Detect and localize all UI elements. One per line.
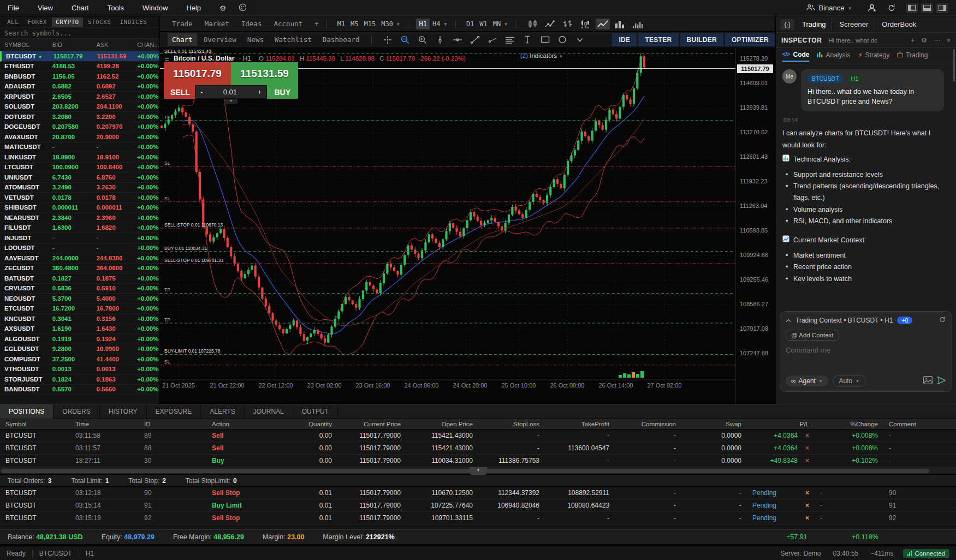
market-tab-crypto[interactable]: CRYPTO [52,17,83,27]
subtab-code[interactable]: </>Code [782,48,809,62]
bars-icon[interactable] [561,19,575,29]
cancel-order-x[interactable]: × [805,499,809,511]
horizontal-line-icon[interactable] [449,34,466,46]
symbol-row[interactable]: LTCUSDT100.0900100.6400+0.00% [0,163,159,173]
refresh-icon[interactable] [939,316,946,325]
column-header[interactable]: Comment [883,419,956,430]
indicators-chip[interactable]: (2) Indicators ▾ [520,52,563,59]
line-dots-icon[interactable] [543,19,557,29]
tab-trading[interactable]: Trading [797,18,832,31]
menu-tools[interactable]: Tools [108,4,124,12]
tab-screener[interactable]: Screener [834,18,875,31]
symbol-row[interactable]: BTCUSDT●115017.79115131.59+0.00% [0,51,159,62]
widget-collapse-caret[interactable]: ▾ [224,99,237,104]
quantity-value[interactable]: 0.01 [223,88,237,96]
magnet-icon[interactable] [432,34,448,46]
symbol-row[interactable]: LINKUSDT18.890018.9100+0.00% [0,152,159,163]
trade-menu-add[interactable]: + [314,20,319,28]
status-timeframe[interactable]: H1 [86,550,94,557]
add-icon[interactable]: + [911,37,915,44]
layout-right-panel-icon[interactable] [936,3,948,13]
symbol-row[interactable]: AVAXUSDT20.870020.9000+0.00% [0,132,159,142]
symbol-row[interactable]: BANDUSDT0.55700.5660+0.00% [0,385,159,395]
chart-tab-news[interactable]: News [243,33,268,46]
terminal-tab-exposure[interactable]: EXPOSURE [147,404,201,419]
add-context-button[interactable]: @ Add Context [786,330,839,341]
chevron-down-icon[interactable] [572,34,588,46]
symbol-row[interactable]: ATOMUSDT3.24903.2630+0.00% [0,183,159,193]
order-row[interactable]: BTCUSDT03:15:1992Sell Stop0.01115017.790… [0,512,956,525]
menu-view[interactable]: View [38,4,53,12]
send-icon[interactable] [937,376,946,386]
menu-chart[interactable]: Chart [72,4,89,12]
timeframe-m1[interactable]: M1 [335,19,348,29]
terminal-tab-alerts[interactable]: ALERTS [201,404,244,419]
inspector-query-preview[interactable]: Hi there.. what dc [828,37,904,44]
agent-mode-dropdown[interactable]: ∞Agent▾ [786,376,828,386]
user-profile-icon[interactable] [866,4,877,13]
menu-help[interactable]: Help [186,4,201,12]
menu-window[interactable]: Window [142,4,168,12]
area-icon[interactable] [596,19,610,29]
auto-model-dropdown[interactable]: Auto▾ [833,375,865,387]
symbol-row[interactable]: FILUSDT1.63001.6820+0.00% [0,223,159,234]
column-header[interactable]: TakeProfit [545,419,615,430]
gear-icon[interactable]: ⚙ [921,37,927,44]
volume-columns-icon[interactable] [613,19,627,29]
symbol-row[interactable]: ETHUSDT4188.534199.28+0.00% [0,62,159,72]
chevron-down-icon[interactable]: ▾ [444,21,447,27]
column-header[interactable]: Symbol [0,419,70,430]
symbol-row[interactable]: ADAUSDT0.68820.6892+0.00% [0,82,159,92]
layout-bottom-panel-icon[interactable] [921,3,933,13]
order-row[interactable]: BTCUSDT03:12:1890Sell Stop0.01115017.790… [0,487,956,499]
search-symbols-input[interactable]: Search symbols... [0,28,159,39]
symbol-row[interactable]: SOLUSDT203.8200204.1100+0.00% [0,102,159,112]
chevron-down-icon[interactable]: ▾ [397,21,400,27]
crosshair-icon[interactable] [379,34,396,46]
theme-palette-icon[interactable] [239,3,247,13]
chevron-up-icon[interactable] [786,317,791,324]
column-header[interactable]: StopLoss [478,419,545,430]
candles-volume-icon[interactable] [578,19,592,29]
subtab-analysis[interactable]: Analysis [817,48,850,62]
collapse-panel-chevron[interactable]: ▾ [470,467,487,475]
menu-file[interactable]: File [8,4,19,12]
status-symbol[interactable]: BTC/USDT [39,550,72,557]
symbol-row[interactable]: MATICUSDT--+0.00% [0,142,159,153]
market-tab-all[interactable]: ALL [3,17,22,27]
symbol-row[interactable]: KNCUSDT0.30410.3156+0.00% [0,314,159,324]
histogram-icon[interactable] [631,19,645,29]
symbol-row[interactable]: STORJUSDT0.18240.1863+0.00% [0,374,159,385]
mode-button-optimizer[interactable]: OPTIMIZER [725,33,775,46]
symbol-row[interactable]: ZECUSDT360.4800364.0600+0.00% [0,264,159,274]
symbol-row[interactable]: BNBUSDT1156.051162.52+0.00% [0,72,159,82]
settings-gear-icon[interactable]: ⚙ [219,4,227,13]
timeframe-m5[interactable]: M5 [348,19,361,29]
buy-price-button[interactable]: 115131.59 [231,62,298,85]
column-header[interactable]: Quantity [272,419,337,430]
subtab-trading[interactable]: Trading [897,48,928,62]
chart-tab-chart[interactable]: Chart [168,33,197,46]
column-header[interactable]: Current Price [337,419,406,430]
candlestick-chart-area[interactable]: SELL 0.01 115421.43 ☰ Bitcoin / U.S. Dol… [160,48,775,404]
market-tab-indices[interactable]: INDICES [116,17,151,27]
attach-image-icon[interactable] [923,376,933,386]
zoom-out-icon[interactable] [397,34,413,46]
mode-button-builder[interactable]: BUILDER [680,33,723,46]
terminal-tab-history[interactable]: HISTORY [100,404,147,419]
broker-account-selector[interactable]: Binance ▾ [806,4,852,13]
scrollbar-thumb[interactable] [1,469,929,473]
lines-list-icon[interactable] [502,34,518,46]
timeframe-h4[interactable]: H4 [430,19,443,29]
symbol-row[interactable]: VETUSDT0.01780.0178+0.00% [0,193,159,203]
panel-bracket-icon[interactable]: {·} [780,19,794,30]
market-tab-stocks[interactable]: STOCKS [84,17,115,27]
mode-button-tester[interactable]: TESTER [638,33,678,46]
symbol-row[interactable]: NEARUSDT2.38402.3960+0.00% [0,213,159,223]
panel-scrollbar[interactable] [953,49,955,82]
ray-icon[interactable] [484,34,501,46]
timeframe-mn[interactable]: MN [490,19,503,29]
trade-menu-market[interactable]: Market [205,20,229,28]
close-position-x[interactable]: × [805,455,809,467]
sell-price-button[interactable]: 115017.79 [164,62,231,85]
